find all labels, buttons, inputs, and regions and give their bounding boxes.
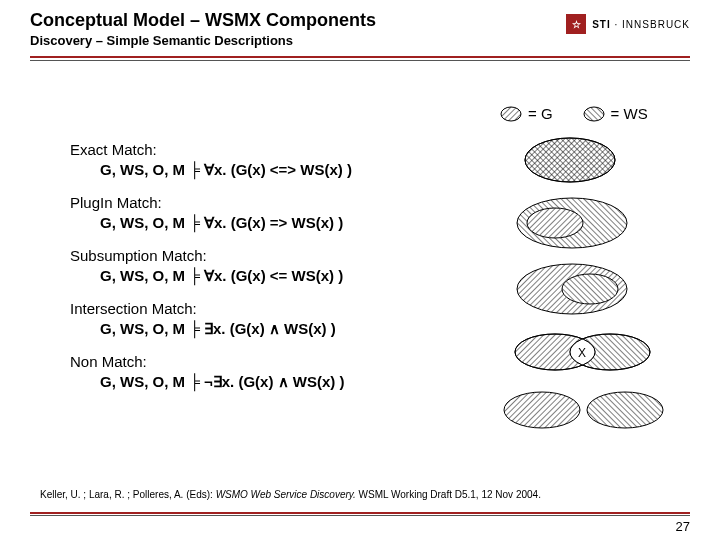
legend-ws-label: = WS	[611, 105, 648, 122]
intersection-x-label: X	[578, 346, 586, 360]
citation: Keller, U. ; Lara, R. ; Polleres, A. (Ed…	[40, 489, 680, 500]
match-exact-formula: G, WS, O, M ╞ ∀x. (G(x) <=> WS(x) )	[70, 160, 470, 180]
svg-point-12	[527, 208, 583, 238]
match-non-title: Non Match:	[70, 352, 470, 372]
diagram-intersection: X	[500, 327, 670, 377]
match-plugin-formula: G, WS, O, M ╞ ∀x. (G(x) => WS(x) )	[70, 213, 470, 233]
match-non: Non Match: G, WS, O, M ╞ ¬∃x. (G(x) ∧ WS…	[70, 352, 470, 391]
match-intersection: Intersection Match: G, WS, O, M ╞ ∃x. (G…	[70, 299, 470, 338]
svg-point-17	[562, 274, 618, 304]
match-subsumption-formula: G, WS, O, M ╞ ∀x. (G(x) <= WS(x) )	[70, 266, 470, 286]
match-plugin: PlugIn Match: G, WS, O, M ╞ ∀x. (G(x) =>…	[70, 193, 470, 232]
match-intersection-formula: G, WS, O, M ╞ ∃x. (G(x) ∧ WS(x) )	[70, 319, 470, 339]
svg-point-7	[525, 138, 615, 182]
brand-sti: STI	[592, 19, 611, 30]
citation-work: WSMO Web Service Discovery.	[216, 489, 356, 500]
svg-point-1	[501, 107, 521, 121]
match-subsumption: Subsumption Match: G, WS, O, M ╞ ∀x. (G(…	[70, 246, 470, 285]
brand-org: INNSBRUCK	[622, 19, 690, 30]
brand-sep: ·	[615, 19, 619, 30]
diagram-subsumption	[500, 261, 650, 317]
match-non-formula: G, WS, O, M ╞ ¬∃x. (G(x) ∧ WS(x) )	[70, 372, 470, 392]
slide-subtitle: Discovery – Simple Semantic Descriptions	[30, 33, 690, 48]
footer-rule-red	[30, 512, 690, 514]
brand-logo: ☆ STI · INNSBRUCK	[566, 14, 690, 34]
star-icon: ☆	[566, 14, 586, 34]
match-exact: Exact Match: G, WS, O, M ╞ ∀x. (G(x) <=>…	[70, 140, 470, 179]
legend-g-icon	[500, 106, 522, 122]
page-number: 27	[676, 519, 690, 534]
svg-point-3	[584, 107, 604, 121]
match-intersection-title: Intersection Match:	[70, 299, 470, 319]
match-exact-title: Exact Match:	[70, 140, 470, 160]
legend: = G = WS	[500, 105, 648, 122]
match-subsumption-title: Subsumption Match:	[70, 246, 470, 266]
legend-g-label: = G	[528, 105, 553, 122]
diagram-nonmatch	[500, 387, 670, 433]
brand-text: STI · INNSBRUCK	[592, 19, 690, 30]
citation-rest: WSML Working Draft D5.1, 12 Nov 2004.	[356, 489, 541, 500]
legend-ws-icon	[583, 106, 605, 122]
match-diagrams: X	[500, 135, 670, 443]
diagram-plugin	[500, 195, 650, 251]
match-plugin-title: PlugIn Match:	[70, 193, 470, 213]
header-rule-red	[30, 56, 690, 58]
citation-authors: Keller, U. ; Lara, R. ; Polleres, A. (Ed…	[40, 489, 216, 500]
svg-point-29	[587, 392, 663, 428]
header-rule-thin	[30, 60, 690, 61]
diagram-exact	[500, 135, 650, 185]
footer-rule-thin	[30, 515, 690, 516]
svg-point-28	[504, 392, 580, 428]
match-list: Exact Match: G, WS, O, M ╞ ∀x. (G(x) <=>…	[70, 140, 470, 405]
